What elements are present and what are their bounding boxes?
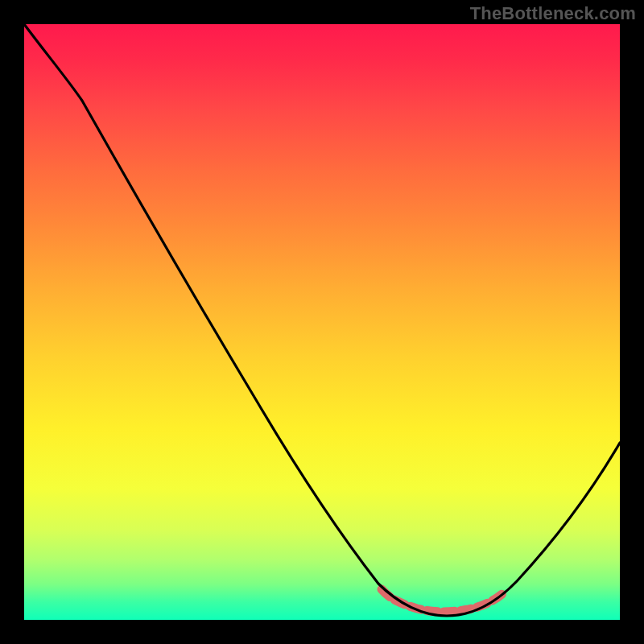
curve-svg: [24, 24, 620, 620]
watermark-text: TheBottleneck.com: [470, 3, 636, 24]
bottleneck-curve-path: [24, 24, 620, 616]
chart-frame: TheBottleneck.com: [0, 0, 644, 644]
plot-area: [24, 24, 620, 620]
